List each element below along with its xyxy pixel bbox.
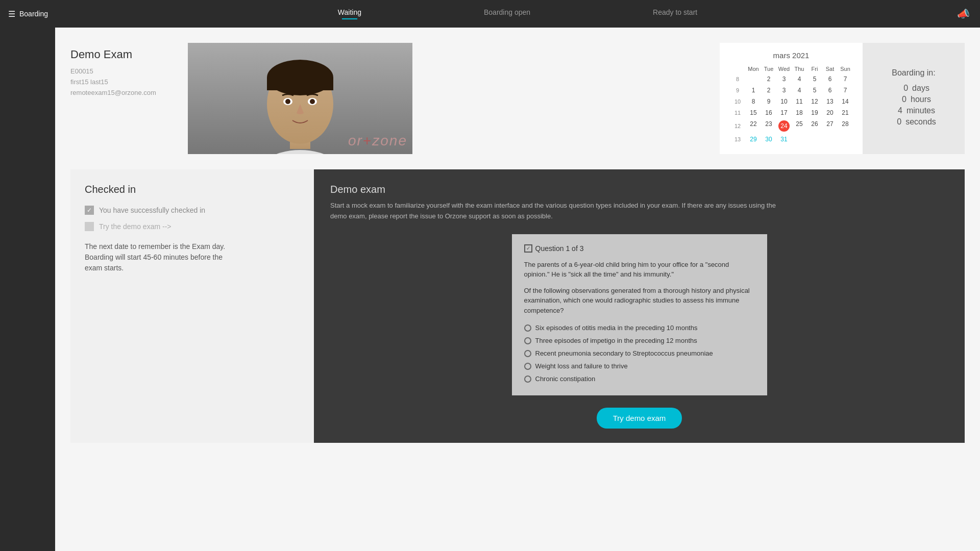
nav-step-boarding-open[interactable]: Boarding open bbox=[423, 8, 592, 19]
question-body-1: The parents of a 6-year-old child bring … bbox=[524, 260, 755, 280]
nav-step-ready-to-start[interactable]: Ready to start bbox=[592, 8, 758, 19]
user-info: Demo Exam E00015 first15 last15 remoteex… bbox=[70, 43, 173, 154]
sidebar bbox=[0, 28, 55, 551]
orzone-watermark: or+zone bbox=[348, 133, 407, 149]
option-radio-5[interactable] bbox=[524, 375, 531, 383]
countdown-minutes-unit: minutes bbox=[906, 106, 935, 115]
option-3[interactable]: Recent pneumonia secondary to Streptococ… bbox=[524, 347, 755, 360]
option-1[interactable]: Six episodes of otitis media in the prec… bbox=[524, 321, 755, 334]
top-section: Demo Exam E00015 first15 last15 remoteex… bbox=[70, 43, 965, 154]
option-2[interactable]: Three episodes of impetigo in the preced… bbox=[524, 334, 755, 347]
calendar-grid: Mon Tue Wed Thu Fri Sat Sun 8 2 3 4 5 bbox=[730, 65, 852, 144]
question-card: ✓ Question 1 of 3 The parents of a 6-yea… bbox=[512, 234, 767, 396]
checked-in-title: Checked in bbox=[85, 184, 300, 195]
user-id: E00015 bbox=[70, 67, 173, 75]
try-demo-button[interactable]: Try demo exam bbox=[597, 408, 682, 429]
main-content: Demo Exam E00015 first15 last15 remoteex… bbox=[0, 28, 980, 551]
countdown-days-row: 0 days bbox=[898, 84, 929, 93]
svg-point-9 bbox=[310, 99, 315, 104]
checklist-item-1: ✓ You have successfully checked in bbox=[85, 206, 300, 215]
option-4[interactable]: Weight loss and failure to thrive bbox=[524, 360, 755, 372]
countdown-days-unit: days bbox=[912, 84, 929, 93]
brand-label: Boarding bbox=[19, 10, 48, 18]
user-email: remoteexam15@orzone.com bbox=[70, 89, 173, 96]
nav-steps: Waiting Boarding open Ready to start bbox=[55, 8, 980, 19]
svg-point-7 bbox=[285, 99, 290, 104]
boarding-label: Boarding in: bbox=[892, 68, 935, 78]
countdown-seconds-num: 0 bbox=[891, 117, 901, 127]
checked-in-panel: Checked in ✓ You have successfully check… bbox=[70, 169, 314, 443]
countdown-box: Boarding in: 0 days 0 hours 4 minutes 0 bbox=[863, 43, 965, 154]
question-options: Six episodes of otitis media in the prec… bbox=[524, 321, 755, 385]
calendar-box: mars 2021 Mon Tue Wed Thu Fri Sat Sun 8 bbox=[720, 43, 863, 154]
nav-brand[interactable]: ☰ Boarding bbox=[0, 9, 55, 19]
countdown-days-num: 0 bbox=[898, 84, 908, 93]
countdown-seconds-unit: seconds bbox=[905, 117, 936, 127]
option-5[interactable]: Chronic constipation bbox=[524, 372, 755, 385]
calendar-title: mars 2021 bbox=[730, 51, 852, 60]
countdown-hours-row: 0 hours bbox=[896, 95, 931, 104]
checkbox-unchecked-icon bbox=[85, 222, 94, 231]
checklist-text-1: You have successfully checked in bbox=[99, 206, 205, 214]
option-radio-4[interactable] bbox=[524, 363, 531, 370]
exam-name: Demo Exam bbox=[70, 48, 173, 61]
countdown-seconds-row: 0 seconds bbox=[891, 117, 936, 127]
calendar-countdown: mars 2021 Mon Tue Wed Thu Fri Sat Sun 8 bbox=[720, 43, 965, 154]
next-date-text: The next date to remember is the Exam da… bbox=[85, 241, 238, 273]
active-step-underline bbox=[342, 18, 357, 19]
checklist-text-2: Try the demo exam --> bbox=[99, 222, 171, 231]
nav-step-waiting[interactable]: Waiting bbox=[277, 8, 423, 19]
countdown-hours-num: 0 bbox=[896, 95, 906, 104]
question-checkbox-icon: ✓ bbox=[524, 244, 532, 253]
countdown-minutes-num: 4 bbox=[892, 106, 902, 115]
option-radio-3[interactable] bbox=[524, 350, 531, 357]
countdown-hours-unit: hours bbox=[911, 95, 931, 104]
top-navigation: ☰ Boarding Waiting Boarding open Ready t… bbox=[0, 0, 980, 28]
camera-area: or+zone bbox=[188, 43, 412, 154]
option-radio-1[interactable] bbox=[524, 324, 531, 332]
user-name: first15 last15 bbox=[70, 78, 173, 86]
question-counter: Question 1 of 3 bbox=[535, 244, 584, 253]
demo-exam-description: Start a mock exam to familiarize yoursel… bbox=[330, 201, 790, 222]
demo-exam-title: Demo exam bbox=[330, 184, 948, 195]
question-body-2: Of the following observations generated … bbox=[524, 286, 755, 316]
question-header: ✓ Question 1 of 3 bbox=[524, 244, 755, 253]
bell-icon[interactable]: 📣 bbox=[957, 8, 970, 20]
bottom-section: Checked in ✓ You have successfully check… bbox=[70, 169, 965, 443]
countdown-minutes-row: 4 minutes bbox=[892, 106, 935, 115]
option-radio-2[interactable] bbox=[524, 337, 531, 344]
hamburger-icon[interactable]: ☰ bbox=[8, 9, 15, 19]
checklist-item-2: Try the demo exam --> bbox=[85, 222, 300, 231]
content-area: Demo Exam E00015 first15 last15 remoteex… bbox=[55, 28, 980, 551]
svg-rect-5 bbox=[267, 78, 333, 90]
checkbox-checked-icon: ✓ bbox=[85, 206, 94, 215]
demo-exam-panel: Demo exam Start a mock exam to familiari… bbox=[314, 169, 965, 443]
